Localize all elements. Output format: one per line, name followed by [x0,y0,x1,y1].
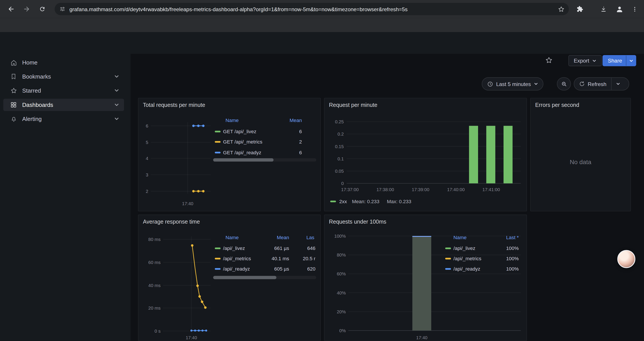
sidebar-item-label: Home [22,59,38,66]
legend-series-name[interactable]: GET /api/_livez [223,129,256,134]
series-swatch [215,268,220,270]
chevron-down-icon[interactable] [114,116,119,121]
series-swatch [330,201,336,202]
sidebar-item-alerting[interactable]: Alerting [3,113,124,125]
legend-scrollbar-thumb[interactable] [213,158,273,162]
refresh-label: Refresh [588,81,606,87]
sidebar-item-label: Bookmarks [22,73,51,80]
share-button[interactable]: Share [602,55,636,66]
y-tick: 0% [324,328,346,333]
legend-series-name[interactable]: /api/_metrics [223,256,251,261]
y-tick: 5 [138,140,148,145]
bookmark-icon [10,73,17,80]
legend-last-value: 646 [307,246,316,251]
request-per-minute-chart[interactable] [324,98,528,212]
legend-mean-value: 6 [299,129,302,134]
legend-col-last[interactable]: Las [306,235,317,240]
series-swatch [215,258,220,259]
y-tick: 3 [138,172,148,177]
zoom-out-button[interactable] [557,77,571,90]
bell-icon [10,115,17,123]
x-tick: 17:41:00 [478,187,504,192]
legend-scrollbar[interactable] [213,158,316,162]
panel-title[interactable]: Errors per second [535,102,579,108]
chevron-down-icon[interactable] [114,88,119,93]
back-icon[interactable] [5,3,17,15]
legend-series-name[interactable]: GET /api/_metrics [223,139,262,145]
y-tick: 0.1 [324,156,344,161]
site-info-icon[interactable] [60,6,65,12]
legend-col-mean[interactable]: Mean [277,235,289,240]
downloads-icon[interactable] [598,3,609,15]
legend-mean-value: 6 [299,150,302,155]
sidebar-item-dashboards[interactable]: Dashboards [3,99,124,111]
y-tick: 60 ms [138,260,160,265]
sidebar-item-bookmarks[interactable]: Bookmarks [3,70,124,83]
bookmarks-bar: Freeleaps 收藏博客 [0,18,644,33]
export-button[interactable]: Export [568,55,602,66]
extensions-icon[interactable] [574,3,586,15]
series-swatch [215,131,220,132]
no-data-message: No data [531,158,630,165]
forward-icon[interactable] [21,3,32,15]
refresh-button[interactable]: Refresh [574,77,629,90]
legend-last-value: 100% [506,266,519,272]
series-swatch [445,258,451,259]
favorite-star-icon[interactable] [545,56,553,64]
sidebar-item-starred[interactable]: Starred [3,84,124,97]
legend-series-name[interactable]: /api/_readyz [223,266,250,272]
requests-under-100ms-chart[interactable] [324,215,528,341]
y-tick: 60% [324,271,346,276]
sidebar-item-home[interactable]: Home [3,56,124,69]
series-swatch [215,152,220,153]
panel-avg-response-time: Average response time 80 ms 60 ms [138,215,321,341]
legend-scrollbar-thumb[interactable] [213,276,276,279]
legend-col-name[interactable]: Name [226,118,239,123]
url-bar[interactable] [54,3,569,15]
browser-menu-icon[interactable] [629,3,640,15]
legend-col-last[interactable]: Last * [506,235,518,240]
x-tick: 17:39:00 [408,187,434,192]
chevron-down-icon[interactable] [114,103,119,107]
profile-icon[interactable] [614,3,625,15]
legend-series-name[interactable]: 2xx [339,199,347,204]
url-input[interactable] [70,6,558,12]
browser-toolbar [0,0,644,18]
panel-request-per-minute: Request per minute 0.25 0.2 0.15 0.1 0.0… [324,98,527,211]
y-tick: 0.05 [324,169,344,173]
legend-series-name[interactable]: /api/_metrics [454,256,481,261]
x-tick: 17:40:00 [443,187,469,192]
floating-avatar-button[interactable] [617,250,635,268]
y-tick: 40 ms [138,283,160,288]
legend-scrollbar[interactable] [213,276,316,279]
series-swatch [445,268,451,270]
home-icon [10,59,17,66]
reload-icon[interactable] [36,3,48,15]
legend-series-name[interactable]: /api/_livez [223,246,245,251]
legend-last-value: 20.5 r [303,256,316,261]
legend-col-name[interactable]: Name [226,235,239,240]
legend-col-name[interactable]: Name [454,235,467,240]
sidebar-item-label: Dashboards [22,102,53,108]
divider [611,78,611,90]
legend-last-value: 100% [506,256,519,261]
chevron-down-icon[interactable] [114,74,119,79]
clock-icon [487,81,493,87]
y-tick: 80 ms [138,237,160,242]
share-menu-caret[interactable] [626,56,633,66]
bookmark-star-icon[interactable] [558,6,565,13]
sidebar-item-label: Alerting [22,116,42,122]
y-tick: 4 [138,156,148,161]
x-tick: 17:40 [177,201,198,206]
legend-series-name[interactable]: /api/_livez [454,246,476,251]
legend-col-mean[interactable]: Mean [290,118,302,123]
refresh-interval-caret[interactable] [616,82,620,86]
legend-series-name[interactable]: /api/_readyz [454,266,480,272]
series-swatch [215,141,220,143]
legend-series-name[interactable]: GET /api/_readyz [223,150,261,155]
legend-mean-value: 605 µs [274,266,289,272]
legend-last-value: 100% [506,246,519,251]
sidebar-item-label: Starred [22,87,41,94]
time-range-picker[interactable]: Last 5 minutes [482,77,543,90]
y-tick: 20 ms [138,305,160,310]
